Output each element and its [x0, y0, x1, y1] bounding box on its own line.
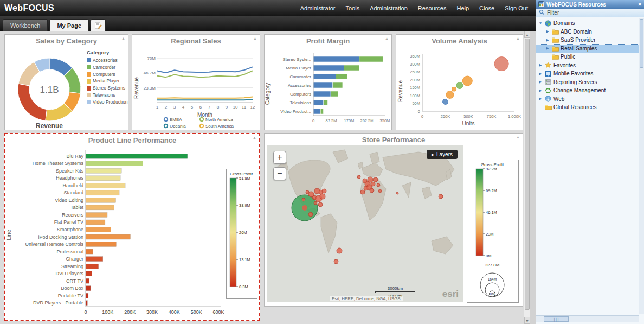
svg-text:164M: 164M: [488, 277, 497, 281]
panel-volume-analysis: Volume Analysis ▲ 050M100M150M200M250M30…: [396, 34, 523, 130]
svg-text:500K: 500K: [463, 114, 473, 119]
menu-help[interactable]: Help: [456, 5, 469, 11]
panel-collapse-arrow[interactable]: ▲: [253, 136, 256, 139]
svg-text:250K: 250K: [441, 114, 450, 119]
top-menu: AdministratorToolsAdministrationResource…: [300, 5, 536, 11]
tab-my-page[interactable]: My Page: [49, 19, 89, 31]
svg-text:North America: North America: [205, 117, 233, 122]
server-icon: [545, 79, 552, 85]
scrollbar-thumb[interactable]: [640, 19, 643, 68]
svg-text:1.1B: 1.1B: [40, 85, 59, 95]
close-icon[interactable]: ✕: [637, 2, 642, 7]
sidebar-vertical-scrollbar[interactable]: [639, 18, 644, 314]
layers-button[interactable]: ▸ Layers: [427, 150, 458, 159]
svg-text:350M: 350M: [410, 54, 420, 59]
tab-workbench[interactable]: Workbench: [3, 19, 48, 31]
tree-item-label: Reporting Servers: [553, 79, 597, 85]
menu-resources[interactable]: Resources: [418, 5, 447, 11]
regional-sales-line-chart: 23.3M46.7M70M123456789101112MonthRevenue…: [132, 46, 260, 130]
star-icon: [545, 62, 552, 68]
menu-sign-out[interactable]: Sign Out: [505, 5, 528, 11]
gross-profit-gradient: Gross Profit51.8M38.9M26M13.1M0.3M: [227, 169, 257, 298]
svg-text:200K: 200K: [124, 309, 136, 315]
expand-arrow-icon[interactable]: ▶: [538, 63, 543, 67]
store-map[interactable]: + − ▸ Layers 3000km 2000mi Esri, HERE, D…: [267, 145, 463, 302]
menu-close[interactable]: Close: [479, 5, 494, 11]
svg-text:1: 1: [156, 105, 159, 110]
scroll-down-arrow[interactable]: ▼: [524, 317, 530, 324]
webfocus-resources-panel: WebFOCUS Resources ✕ Filter ▼Domains▶ABC…: [536, 0, 644, 324]
tree-item-favorites[interactable]: ▶Favorites: [536, 61, 644, 70]
menu-administrator[interactable]: Administrator: [300, 5, 336, 11]
expand-arrow-icon[interactable]: ▶: [545, 38, 550, 42]
zoom-out-button[interactable]: −: [273, 167, 286, 180]
svg-text:Televisions: Televisions: [290, 100, 311, 105]
expand-arrow-icon[interactable]: ▶: [538, 80, 543, 84]
svg-text:2: 2: [165, 105, 168, 110]
scroll-up-arrow[interactable]: ▲: [524, 31, 530, 38]
legend-item: Video Production: [87, 99, 128, 106]
collapse-arrow-icon[interactable]: ▼: [538, 21, 543, 25]
tree-item-global-resources[interactable]: Global Resources: [536, 103, 644, 112]
scale-km-label: 3000km: [375, 286, 415, 291]
category-legend: CategoryAccessoriesCamcorderComputersMed…: [87, 49, 128, 106]
resources-title-bar: WebFOCUS Resources ✕: [536, 0, 644, 9]
svg-text:Standard: Standard: [63, 190, 83, 195]
resources-tree: ▼Domains▶ABC Domain▶SaaS Provider▶Retail…: [536, 17, 644, 112]
tree-item-abc-domain[interactable]: ▶ABC Domain: [536, 28, 644, 36]
folder-icon: [552, 29, 559, 35]
filter-bar[interactable]: Filter: [536, 9, 644, 17]
panel-collapse-arrow[interactable]: ▲: [385, 36, 389, 40]
svg-text:100M: 100M: [410, 93, 420, 98]
legend-item: Computers: [87, 71, 128, 78]
svg-text:Stereo Syste...: Stereo Syste...: [283, 57, 311, 62]
panel-collapse-arrow[interactable]: ▲: [121, 36, 125, 40]
svg-text:0: 0: [312, 118, 314, 123]
svg-text:23.3M: 23.3M: [144, 86, 156, 91]
tree-item-web[interactable]: ▶Web: [536, 95, 644, 104]
legend-item: Media Player: [87, 78, 128, 85]
svg-text:Streaming: Streaming: [61, 264, 83, 269]
panel-collapse-arrow[interactable]: ▲: [253, 36, 257, 40]
svg-text:Units: Units: [462, 120, 475, 126]
tree-item-public[interactable]: Public: [536, 53, 644, 61]
svg-text:200M: 200M: [410, 78, 420, 82]
tree-item-domains[interactable]: ▼Domains: [536, 19, 644, 28]
expand-arrow-icon[interactable]: ▶: [538, 97, 543, 101]
svg-text:750K: 750K: [487, 114, 497, 119]
svg-text:5: 5: [191, 105, 194, 110]
sidebar-horizontal-scrollbar[interactable]: ∣∣∣: [536, 315, 639, 322]
map-attribution: Esri, HERE, DeLorme, NGA, USGS: [330, 296, 403, 301]
menu-tools[interactable]: Tools: [345, 5, 359, 11]
menu-administration[interactable]: Administration: [370, 5, 408, 11]
svg-text:Portable TV: Portable TV: [58, 293, 83, 298]
expand-arrow-icon[interactable]: ▶: [545, 46, 550, 50]
scrollbar-thumb[interactable]: [525, 39, 530, 310]
panel-collapse-arrow[interactable]: ▲: [516, 36, 520, 40]
svg-text:300K: 300K: [146, 309, 158, 315]
tree-item-mobile-favorites[interactable]: ▶Mobile Favorites: [536, 69, 644, 78]
scrollbar-handle[interactable]: ∣∣∣: [544, 316, 569, 322]
filter-label: Filter: [547, 10, 559, 16]
svg-text:EMEA: EMEA: [170, 117, 182, 122]
expand-arrow-icon[interactable]: ▶: [538, 88, 543, 93]
panel-collapse-arrow[interactable]: ▲: [516, 135, 520, 139]
tree-item-label: Change Management: [553, 87, 606, 93]
svg-text:CRT TV: CRT TV: [66, 278, 83, 284]
main-vertical-scrollbar[interactable]: ▲ ▼: [524, 31, 530, 324]
tree-item-label: Global Resources: [553, 104, 596, 110]
page-edit-icon[interactable]: [91, 19, 106, 31]
svg-text:South America: South America: [205, 124, 234, 129]
expand-arrow-icon[interactable]: ▶: [545, 29, 550, 34]
tree-item-saas-provider[interactable]: ▶SaaS Provider: [536, 36, 644, 45]
tree-item-reporting-servers[interactable]: ▶Reporting Servers: [536, 78, 644, 87]
tree-item-label: Public: [561, 54, 575, 60]
zoom-in-button[interactable]: +: [273, 151, 286, 164]
expand-arrow-icon[interactable]: ▶: [538, 72, 543, 76]
svg-text:0: 0: [418, 109, 420, 114]
svg-text:13.1M: 13.1M: [239, 257, 250, 262]
tree-item-change-management[interactable]: ▶Change Management: [536, 86, 644, 95]
tree-item-retail-samples[interactable]: ▶Retail Samples: [536, 45, 644, 53]
svg-text:0: 0: [84, 309, 87, 315]
panel-splitter[interactable]: [530, 31, 536, 324]
